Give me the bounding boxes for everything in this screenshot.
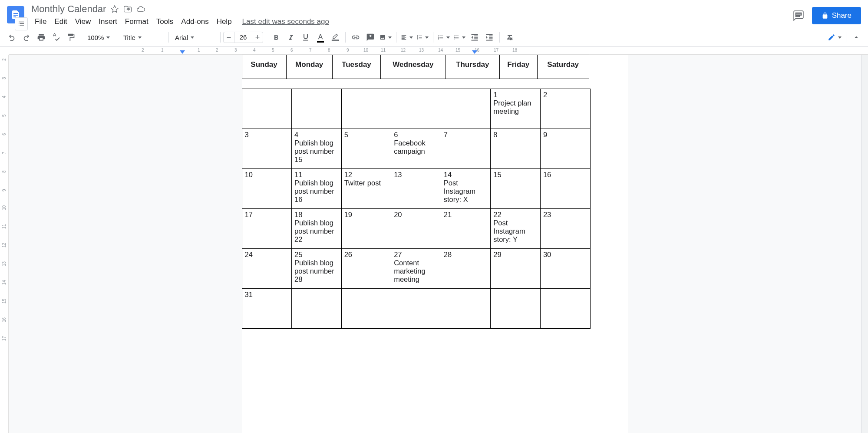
calendar-cell[interactable]: 8 (491, 129, 541, 169)
calendar-cell[interactable]: 16 (540, 169, 590, 209)
redo-button[interactable] (20, 31, 33, 44)
underline-button[interactable] (299, 31, 312, 44)
last-edit-link[interactable]: Last edit was seconds ago (242, 17, 329, 26)
calendar-cell[interactable]: 24 (242, 249, 292, 289)
comments-icon[interactable] (793, 10, 804, 21)
insert-link-button[interactable] (349, 31, 362, 44)
indent-decrease-button[interactable] (468, 31, 481, 44)
calendar-cell[interactable]: 28 (441, 249, 491, 289)
calendar-cell[interactable]: 26 (341, 249, 391, 289)
fontsize-increase[interactable]: + (252, 32, 263, 43)
bulleted-list-button[interactable] (452, 31, 467, 44)
share-button[interactable]: Share (812, 7, 861, 24)
menu-file[interactable]: File (31, 16, 50, 28)
calendar-cell[interactable] (292, 89, 342, 129)
calendar-cell[interactable]: 11Publish blog post number 16 (292, 169, 342, 209)
calendar-header-table[interactable]: SundayMondayTuesdayWednesdayThursdayFrid… (242, 55, 589, 79)
menu-addons[interactable]: Add-ons (178, 16, 212, 28)
calendar-cell[interactable]: 17 (242, 209, 292, 249)
calendar-cell[interactable]: 5 (341, 129, 391, 169)
calendar-cell[interactable]: 25Publish blog post number 28 (292, 249, 342, 289)
insert-comment-button[interactable] (364, 31, 377, 44)
clear-formatting-button[interactable] (503, 31, 516, 44)
calendar-cell[interactable]: 13 (391, 169, 441, 209)
calendar-cell[interactable]: 9 (540, 129, 590, 169)
calendar-day-header[interactable]: Tuesday (332, 55, 380, 79)
calendar-cell[interactable] (292, 289, 342, 329)
calendar-cell[interactable]: 23 (540, 209, 590, 249)
italic-button[interactable] (284, 31, 297, 44)
style-select[interactable]: Title (120, 31, 166, 44)
font-select[interactable]: Arial (172, 31, 218, 44)
vertical-scrollbar[interactable] (861, 55, 868, 433)
collapse-toolbar-button[interactable] (850, 31, 863, 44)
print-button[interactable] (35, 31, 48, 44)
calendar-cell[interactable]: 31 (242, 289, 292, 329)
calendar-cell[interactable]: 1Project plan meeting (491, 89, 541, 129)
calendar-cell[interactable]: 2 (540, 89, 590, 129)
outline-button[interactable] (15, 17, 28, 30)
calendar-cell[interactable] (441, 89, 491, 129)
calendar-cell[interactable]: 4Publish blog post number 15 (292, 129, 342, 169)
calendar-cell[interactable]: 7 (441, 129, 491, 169)
calendar-cell[interactable]: 27Content marketing meeting (391, 249, 441, 289)
calendar-day-header[interactable]: Thursday (446, 55, 499, 79)
calendar-cell[interactable]: 30 (540, 249, 590, 289)
calendar-cell[interactable]: 12Twitter post (341, 169, 391, 209)
horizontal-ruler[interactable]: 21123456789101112131415161718 (9, 47, 868, 55)
star-icon[interactable] (110, 5, 119, 13)
calendar-cell[interactable]: 22Post Instagram story: Y (491, 209, 541, 249)
indent-increase-button[interactable] (483, 31, 496, 44)
calendar-cell[interactable]: 3 (242, 129, 292, 169)
undo-button[interactable] (5, 31, 18, 44)
calendar-day-header[interactable]: Friday (499, 55, 537, 79)
text-color-button[interactable] (314, 31, 327, 44)
align-button[interactable] (399, 31, 415, 44)
fontsize-decrease[interactable]: − (223, 32, 234, 43)
menu-edit[interactable]: Edit (51, 16, 70, 28)
line-spacing-button[interactable] (415, 31, 430, 44)
calendar-day-header[interactable]: Monday (286, 55, 332, 79)
calendar-day-header[interactable]: Saturday (537, 55, 589, 79)
calendar-cell[interactable]: 14Post Instagram story: X (441, 169, 491, 209)
menu-help[interactable]: Help (213, 16, 235, 28)
calendar-cell[interactable]: 21 (441, 209, 491, 249)
menu-tools[interactable]: Tools (153, 16, 177, 28)
calendar-cell[interactable]: 20 (391, 209, 441, 249)
calendar-cell[interactable] (491, 289, 541, 329)
fontsize-value[interactable]: 26 (234, 32, 252, 43)
cloud-status-icon[interactable] (136, 5, 145, 13)
calendar-day-header[interactable]: Wednesday (381, 55, 446, 79)
insert-image-button[interactable] (378, 31, 393, 44)
doc-title[interactable]: Monthly Calendar (31, 3, 106, 15)
vertical-ruler[interactable]: 234567891011121314151617 (0, 55, 9, 433)
document-canvas[interactable]: SundayMondayTuesdayWednesdayThursdayFrid… (9, 55, 861, 433)
paint-format-button[interactable] (64, 31, 77, 44)
calendar-cell[interactable]: 15 (491, 169, 541, 209)
calendar-cell[interactable] (540, 289, 590, 329)
calendar-cell[interactable] (341, 89, 391, 129)
calendar-cell[interactable]: 19 (341, 209, 391, 249)
calendar-cell[interactable] (341, 289, 391, 329)
calendar-cell[interactable] (391, 89, 441, 129)
menu-insert[interactable]: Insert (95, 16, 121, 28)
calendar-day-header[interactable]: Sunday (242, 55, 286, 79)
calendar-cell[interactable]: 29 (491, 249, 541, 289)
calendar-cell[interactable] (242, 89, 292, 129)
indent-marker-left[interactable] (180, 50, 185, 54)
calendar-cell[interactable]: 10 (242, 169, 292, 209)
calendar-cell[interactable]: 18Publish blog post number 22 (292, 209, 342, 249)
numbered-list-button[interactable] (436, 31, 452, 44)
calendar-cell[interactable]: 6Facebook campaign (391, 129, 441, 169)
bold-button[interactable] (270, 31, 283, 44)
calendar-cell[interactable] (441, 289, 491, 329)
calendar-body-table[interactable]: 1Project plan meeting234Publish blog pos… (242, 89, 591, 329)
menu-view[interactable]: View (72, 16, 95, 28)
highlight-button[interactable] (329, 31, 342, 44)
move-icon[interactable] (123, 5, 132, 13)
spellcheck-button[interactable] (50, 31, 63, 44)
zoom-select[interactable]: 100% (84, 31, 114, 44)
calendar-cell[interactable] (391, 289, 441, 329)
indent-marker-right[interactable] (472, 50, 477, 54)
editing-mode-button[interactable] (826, 31, 843, 44)
